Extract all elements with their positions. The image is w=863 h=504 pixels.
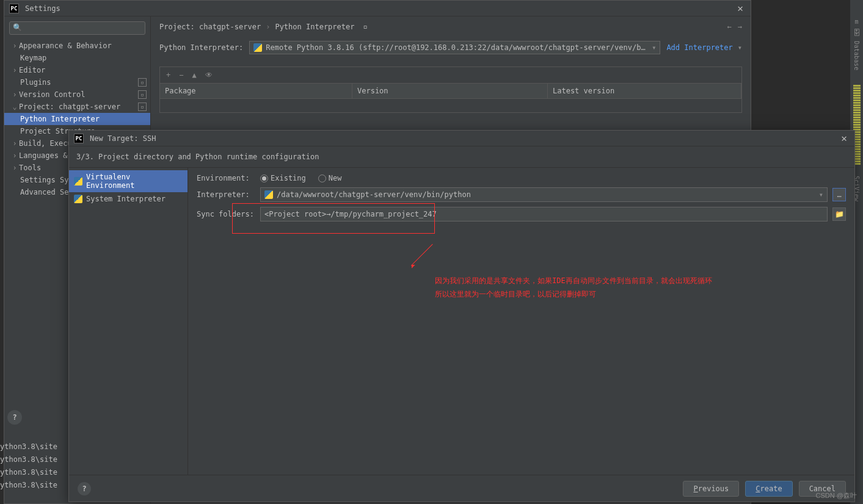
create-button[interactable]: Create <box>745 481 792 497</box>
help-icon[interactable]: ? <box>7 410 22 425</box>
marker <box>853 119 861 121</box>
project-badge-icon: ▫ <box>138 78 147 87</box>
annotation-line: 所以这里就为一个临时目录吧，以后记得删掉即可 <box>435 287 712 301</box>
tree-label: Appearance & Behavior <box>19 41 112 50</box>
breadcrumb-part: Python Interpreter <box>275 23 354 31</box>
chevron-down-icon: ▾ <box>652 43 656 52</box>
add-icon[interactable]: + <box>166 71 170 79</box>
environment-radios: Existing New <box>260 174 341 182</box>
breadcrumb-sep: › <box>266 23 270 31</box>
database-tab[interactable]: Database <box>853 41 860 70</box>
ssh-footer: ? Previous Create Cancel <box>69 475 854 502</box>
create-label: reate <box>760 484 782 493</box>
system-interpreter-item[interactable]: System Interpreter <box>69 192 188 206</box>
tree-label: Plugins <box>20 78 51 87</box>
venv-label: Virtualenv Environment <box>86 173 183 190</box>
tree-label: Python Interpreter <box>20 115 100 123</box>
search-box: 🔍 <box>9 21 145 35</box>
radio-new[interactable]: New <box>318 174 342 182</box>
environment-row: Environment: Existing New <box>197 174 846 182</box>
breadcrumb-part: Project: chatgpt-server <box>159 23 261 31</box>
interpreter-row: Python Interpreter: Remote Python 3.8.16… <box>151 37 751 58</box>
radio-label: Existing <box>271 174 306 182</box>
chevron-right-icon: › <box>10 164 19 172</box>
marker <box>853 92 861 94</box>
add-interpreter-link[interactable]: Add Interpreter▾ <box>666 43 742 52</box>
forward-icon[interactable]: → <box>738 23 742 31</box>
tree-appearance[interactable]: ›Appearance & Behavior <box>4 40 150 52</box>
search-input[interactable] <box>9 21 145 35</box>
ssh-title: New Target: SSH <box>90 134 839 143</box>
search-icon: 🔍 <box>13 23 22 32</box>
pycharm-icon: PC <box>74 134 84 143</box>
add-interpreter-label: Add Interpreter <box>666 43 732 52</box>
interpreter-select[interactable]: Remote Python 3.8.16 (sftp://root@192.16… <box>249 41 660 54</box>
console-line: ython3.8\site <box>0 441 57 453</box>
interpreter-path-input[interactable]: /data/wwwroot/chatgpt-server/venv/bin/py… <box>260 187 828 202</box>
settings-title: Settings <box>25 4 735 13</box>
annotation-arrow <box>411 238 448 275</box>
m-icon[interactable]: m <box>854 18 858 25</box>
tree-label: Editor <box>19 66 45 74</box>
sync-folders-row: Sync folders: <Project root>→/tmp/pychar… <box>197 207 846 221</box>
database-icon[interactable]: 🗄 <box>853 29 861 37</box>
packages-toolbar: + − ▲ 👁 <box>160 67 741 84</box>
previous-label: revious <box>698 484 729 493</box>
close-icon[interactable]: ✕ <box>839 132 850 144</box>
chevron-right-icon: › <box>10 90 19 99</box>
remove-icon[interactable]: − <box>179 71 183 79</box>
console-line: ython3.8\site <box>0 453 57 466</box>
chevron-down-icon: ⌄ <box>10 103 19 111</box>
python-icon <box>264 190 273 199</box>
eye-icon[interactable]: 👁 <box>205 71 213 79</box>
col-package[interactable]: Package <box>160 84 352 98</box>
marker <box>853 112 861 113</box>
ssh-subtitle: 3/3. Project directory and Python runtim… <box>69 146 854 167</box>
browse-button[interactable]: … <box>832 188 846 201</box>
environment-label: Environment: <box>197 174 255 182</box>
marker <box>853 102 861 104</box>
interpreter-path-label: Interpreter: <box>197 190 255 199</box>
venv-environment-item[interactable]: Virtualenv Environment <box>69 170 188 192</box>
back-icon[interactable]: ← <box>727 23 732 31</box>
tree-plugins[interactable]: Plugins▫ <box>4 76 150 88</box>
folder-browse-button[interactable]: 📁 <box>832 207 846 221</box>
python-icon <box>74 177 82 185</box>
chevron-right-icon: › <box>10 151 19 160</box>
settings-titlebar: PC Settings ✕ <box>4 1 751 16</box>
python-icon <box>253 43 262 52</box>
marker <box>853 85 861 87</box>
tree-editor[interactable]: ›Editor <box>4 64 150 76</box>
tree-version-control[interactable]: ›Version Control▫ <box>4 88 150 101</box>
sync-folders-value: <Project root>→/tmp/pycharm_project_247 <box>264 210 437 218</box>
sync-folders-label: Sync folders: <box>197 210 255 218</box>
project-badge-icon: ▫ <box>138 103 147 111</box>
marker <box>853 87 861 89</box>
annotation-text: 因为我们采用的是共享文件夹，如果IDE再自动同步文件到当前目录，就会出现死循环 … <box>435 274 712 301</box>
tree-python-interpreter[interactable]: Python Interpreter <box>4 113 150 125</box>
system-label: System Interpreter <box>86 195 166 203</box>
tree-keymap[interactable]: Keymap <box>4 52 150 64</box>
sync-folders-input[interactable]: <Project root>→/tmp/pycharm_project_247 <box>260 207 828 221</box>
tree-label: Tools <box>19 164 41 172</box>
interpreter-value: Remote Python 3.8.16 (sftp://root@192.16… <box>266 43 646 52</box>
col-version[interactable]: Version <box>352 84 548 98</box>
interpreter-path-row: Interpreter: /data/wwwroot/chatgpt-serve… <box>197 187 846 202</box>
marker <box>853 107 861 109</box>
ssh-dialog: PC New Target: SSH ✕ 3/3. Project direct… <box>68 130 855 502</box>
tree-project[interactable]: ⌄Project: chatgpt-server▫ <box>4 101 150 113</box>
chevron-down-icon: ▾ <box>738 43 742 52</box>
upgrade-icon[interactable]: ▲ <box>192 71 196 79</box>
help-icon[interactable]: ? <box>78 482 91 495</box>
chevron-right-icon: › <box>10 139 19 148</box>
close-icon[interactable]: ✕ <box>735 2 746 14</box>
packages-body <box>160 99 741 112</box>
project-badge-icon: ▫ <box>138 90 147 99</box>
previous-button[interactable]: Previous <box>683 481 739 497</box>
radio-existing[interactable]: Existing <box>260 174 306 182</box>
console-line: ython3.8\site <box>0 479 57 492</box>
marker <box>853 95 861 96</box>
interpreter-path-value: /data/wwwroot/chatgpt-server/venv/bin/py… <box>277 190 471 199</box>
col-latest[interactable]: Latest version <box>548 84 741 98</box>
python-icon <box>74 195 82 203</box>
